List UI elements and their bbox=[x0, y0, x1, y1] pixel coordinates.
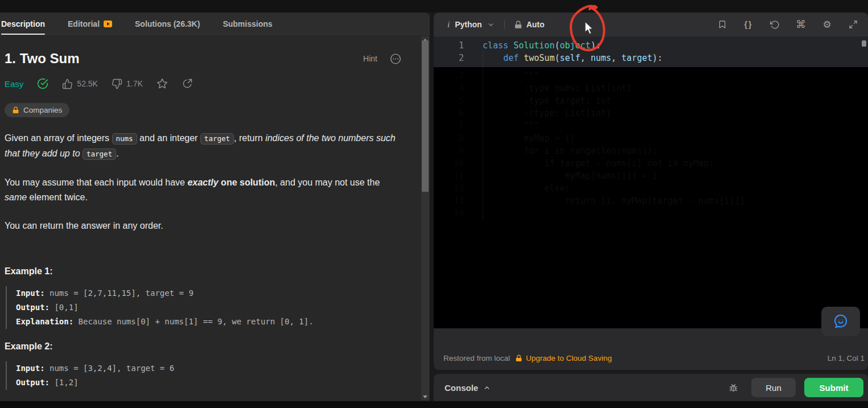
example-2-heading: Example 2: bbox=[5, 341, 414, 352]
more-options-icon[interactable] bbox=[390, 53, 401, 64]
chat-assistant-button[interactable] bbox=[821, 307, 860, 336]
code-line-1: 1 class Solution(object): bbox=[434, 39, 868, 52]
code-chip-nums: nums bbox=[112, 133, 137, 145]
tab-description-label: Description bbox=[1, 19, 45, 28]
tab-editorial[interactable]: Editorial bbox=[68, 13, 112, 35]
problem-scrollbar[interactable] bbox=[421, 36, 429, 400]
language-selector[interactable]: Python bbox=[455, 20, 482, 29]
header-divider bbox=[504, 20, 505, 29]
shortcuts-icon[interactable]: ⌘ bbox=[795, 19, 807, 30]
description-paragraph-2: You may assume that each input would hav… bbox=[5, 175, 403, 205]
tab-description[interactable]: Description bbox=[1, 13, 45, 35]
bottom-window-strip bbox=[0, 401, 868, 408]
share-button[interactable] bbox=[182, 78, 193, 89]
chevron-down-icon[interactable] bbox=[487, 19, 495, 30]
ghost-code-lines: 3 """ 4 :type nums: List[int] 5 :type ta… bbox=[434, 67, 868, 220]
chat-smiley-icon bbox=[833, 314, 849, 329]
editor-header: i Python Auto {} ⌘ ⚙ bbox=[434, 13, 868, 36]
code-line-2: 2 def twoSum(self, nums, target): bbox=[434, 52, 868, 64]
like-button[interactable]: 52.5K bbox=[62, 79, 98, 89]
indent-guide bbox=[483, 52, 483, 220]
settings-gear-icon[interactable]: ⚙ bbox=[821, 19, 833, 30]
code-editor-panel: i Python Auto {} ⌘ ⚙ 1 class bbox=[434, 13, 868, 370]
run-button[interactable]: Run bbox=[751, 378, 796, 397]
hint-button[interactable]: Hint bbox=[363, 54, 377, 63]
thumbs-up-icon bbox=[62, 79, 73, 89]
example-2-block: Input: nums = [3,2,4], target = 6 Output… bbox=[6, 361, 414, 390]
problem-panel: Description Editorial Solutions (26.3K) … bbox=[0, 13, 430, 401]
page-title: 1. Two Sum bbox=[5, 51, 80, 67]
debug-bug-icon[interactable] bbox=[727, 382, 739, 393]
editor-scrollbar-thumb[interactable] bbox=[862, 40, 866, 47]
upgrade-cloud-link[interactable]: Upgrade to Cloud Saving bbox=[515, 354, 612, 362]
star-icon bbox=[157, 78, 168, 89]
tab-submissions[interactable]: Submissions bbox=[223, 13, 272, 35]
cursor-position-indicator: Ln 1, Col 1 bbox=[828, 354, 865, 362]
code-chip-target-2: target bbox=[83, 149, 116, 160]
format-code-icon[interactable]: {} bbox=[743, 19, 754, 30]
fullscreen-icon[interactable] bbox=[848, 19, 859, 30]
tab-solutions[interactable]: Solutions (26.3K) bbox=[135, 13, 200, 35]
line-number: 1 bbox=[434, 39, 464, 52]
code-chip-target: target bbox=[200, 133, 234, 145]
thumbs-down-icon bbox=[112, 79, 122, 89]
favorite-button[interactable] bbox=[157, 78, 168, 89]
submit-button[interactable]: Submit bbox=[804, 378, 863, 397]
dislike-button[interactable]: 1.7K bbox=[112, 79, 143, 89]
line-number: 2 bbox=[434, 52, 464, 64]
problem-tabbar: Description Editorial Solutions (26.3K) … bbox=[0, 13, 430, 35]
scroll-down-arrow-icon[interactable] bbox=[421, 393, 429, 400]
lock-icon bbox=[515, 355, 523, 362]
code-editor-area[interactable]: 1 class Solution(object): 2 def twoSum(s… bbox=[434, 36, 868, 328]
autosave-lock-icon bbox=[514, 20, 523, 29]
autosave-label: Auto bbox=[526, 20, 545, 29]
console-panel: Console Run Submit bbox=[434, 374, 868, 401]
difficulty-badge: Easy bbox=[5, 79, 23, 89]
editor-status-bar: Restored from local Upgrade to Cloud Sav… bbox=[434, 328, 868, 370]
video-icon bbox=[104, 20, 112, 27]
top-window-strip bbox=[0, 0, 868, 13]
description-paragraph-1: Given an array of integers nums and an i… bbox=[5, 131, 403, 162]
example-1-block: Input: nums = [2,7,11,15], target = 9 Ou… bbox=[6, 286, 414, 329]
companies-pill[interactable]: Companies bbox=[5, 103, 69, 117]
problem-scrollbar-thumb[interactable] bbox=[422, 40, 429, 192]
solved-check-icon[interactable] bbox=[37, 78, 48, 89]
description-paragraph-3: You can return the answer in any order. bbox=[5, 219, 403, 233]
chevron-up-icon bbox=[483, 384, 491, 391]
share-icon bbox=[182, 78, 193, 89]
restored-status-text: Restored from local bbox=[443, 354, 510, 362]
console-toggle[interactable]: Console bbox=[445, 383, 491, 393]
tab-solutions-label: Solutions (26.3K) bbox=[135, 19, 200, 28]
visible-code-lines: 1 class Solution(object): 2 def twoSum(s… bbox=[434, 36, 868, 67]
example-1-heading: Example 1: bbox=[5, 266, 414, 277]
like-count: 52.5K bbox=[77, 79, 98, 88]
language-info-icon: i bbox=[447, 20, 450, 30]
reset-code-icon[interactable] bbox=[769, 19, 780, 30]
companies-label: Companies bbox=[23, 106, 62, 114]
tab-editorial-label: Editorial bbox=[68, 19, 100, 28]
bookmark-icon[interactable] bbox=[717, 19, 728, 30]
lock-icon bbox=[12, 106, 19, 114]
problem-content: 1. Two Sum Hint Easy 52.5K 1.7K bbox=[0, 36, 419, 401]
dislike-count: 1.7K bbox=[126, 79, 143, 88]
tab-submissions-label: Submissions bbox=[223, 19, 272, 28]
